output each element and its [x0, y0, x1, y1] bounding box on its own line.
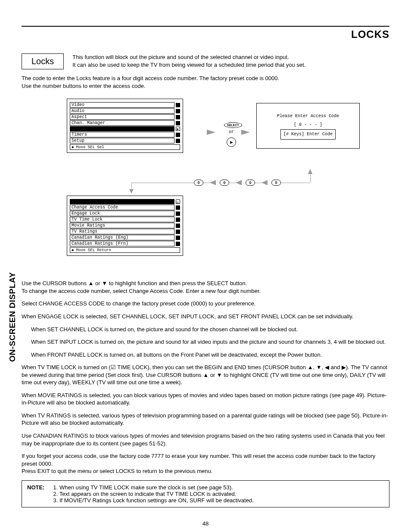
menu-item: Video — [70, 102, 174, 108]
text-line: Press EXIT to quit the menu or select LO… — [22, 467, 389, 475]
menu-item: Engage Lock — [70, 211, 174, 216]
note-line: 3. If MOVIE/TV Ratings Lock function set… — [53, 497, 253, 504]
body-paragraph: Use the CURSOR buttons ▲ or ▼ to highlig… — [22, 280, 389, 295]
code-value: [ 0 - - - ] — [261, 121, 355, 129]
diagram-area: Video Audio Aspect Chan. Manager ▶ Timer… — [22, 99, 389, 271]
zero-key-icon: 0 — [246, 180, 255, 186]
menu-item: TV Time Lock — [70, 217, 174, 222]
menu-footer: ◆ Move SEL Return — [70, 247, 180, 253]
body-paragraph: When TV TIME LOCK is turned on (☑ TIME L… — [22, 364, 389, 386]
menu-item: TV Ratings — [70, 229, 174, 234]
zero-key-icon: 0 — [271, 180, 281, 186]
note-line: 2. Text appears on the screen to indicat… — [53, 491, 253, 497]
menu-item: Audio — [70, 108, 174, 114]
body-paragraph: When SET CHANNEL LOCK is turned on, the … — [31, 326, 389, 333]
body-paragraph: When TV RATINGS is selected, various typ… — [22, 412, 389, 427]
intro-line2: It can also be used to keep the TV from … — [72, 61, 389, 69]
line — [281, 183, 310, 183]
play-button-icon: ▶ — [227, 137, 236, 147]
menu-item: Canadian Ratings (Eng) — [70, 235, 174, 240]
menu-item: Movie Ratings — [70, 223, 174, 228]
line — [203, 183, 210, 183]
line — [229, 183, 236, 183]
arrow-left-icon — [236, 180, 242, 185]
zero-key-icon: 0 — [194, 180, 203, 186]
intro-line1: This function will block out the picture… — [72, 53, 389, 61]
arrow-up-icon — [308, 169, 312, 174]
body-paragraph: Use CANADIAN RATINGS to block various ty… — [22, 432, 389, 447]
menu-item: Chan. Manager — [70, 120, 174, 126]
menu-item: Aspect — [70, 114, 174, 120]
locks-box-title: Locks — [22, 53, 64, 69]
access-line1: The code to enter the Locks feature is a… — [22, 75, 389, 82]
menu-item: Setup — [70, 138, 174, 143]
line — [131, 183, 194, 183]
note-content: 1. When using TV TIME LOCK make sure the… — [53, 484, 253, 504]
text-line: Use the CURSOR buttons ▲ or ▼ to highlig… — [22, 280, 389, 287]
or-label: or — [229, 130, 234, 134]
body-paragraph: When FRONT PANEL LOCK is turned on, all … — [31, 351, 389, 359]
menu-item: Canadian Ratings (Frn) — [70, 241, 174, 246]
access-info: The code to enter the Locks feature is a… — [22, 75, 389, 90]
menu-header-bar — [70, 199, 174, 204]
note-line: 1. When using TV TIME LOCK make sure the… — [53, 484, 253, 491]
intro-text: This function will block out the picture… — [72, 53, 389, 69]
access-code-box: Please Enter Access Code [ 0 - - - ] [# … — [256, 103, 360, 149]
arrow-left-icon — [210, 180, 216, 185]
menu-item: Timers — [70, 132, 174, 137]
text-line: To change the access code number, select… — [22, 287, 389, 295]
menu-item: Change Access Code — [70, 205, 174, 210]
arrow-right-icon — [241, 130, 250, 135]
arrow-right-icon — [207, 130, 215, 135]
menu-footer: ◆ Move SEL Sel — [70, 144, 180, 150]
access-line2: Use the number buttons to enter the acce… — [22, 82, 389, 90]
line — [310, 174, 311, 183]
page-header-title: LOCKS — [22, 28, 389, 40]
arrow-down-icon — [129, 189, 134, 193]
select-button-icon: SELECT — [224, 122, 242, 128]
side-label: ON-SCREEN DISPLAY — [8, 272, 17, 362]
body-paragraph: Select CHANGE ACCESS CODE to change the … — [22, 300, 389, 308]
code-hint: [# Keys] Enter Code — [280, 129, 336, 140]
main-menu-box: Video Audio Aspect Chan. Manager ▶ Timer… — [67, 99, 183, 153]
text-line: If you forget your access code, use the … — [22, 452, 389, 467]
page-number: 48 — [22, 520, 389, 527]
body-paragraph: If you forget your access code, use the … — [22, 452, 389, 475]
note-label: NOTE: — [27, 484, 44, 504]
arrow-left-icon — [262, 180, 268, 185]
code-prompt: Please Enter Access Code — [261, 112, 355, 121]
body-paragraph: When SET INPUT LOCK is turned on, the pi… — [31, 338, 389, 346]
body-paragraph: When ENGAGE LOCK is selected, SET CHANNE… — [22, 313, 389, 320]
menu-item-selected — [70, 126, 174, 131]
body-paragraph: When MOVIE RATINGS is selected, you can … — [22, 392, 389, 407]
zero-key-icon: 0 — [220, 180, 229, 186]
note-box: NOTE: 1. When using TV TIME LOCK make su… — [22, 480, 389, 507]
line — [255, 183, 262, 183]
header-rule — [22, 26, 389, 27]
locks-submenu-box: ☒ Change Access Code Engage Lock TV Time… — [67, 196, 183, 256]
